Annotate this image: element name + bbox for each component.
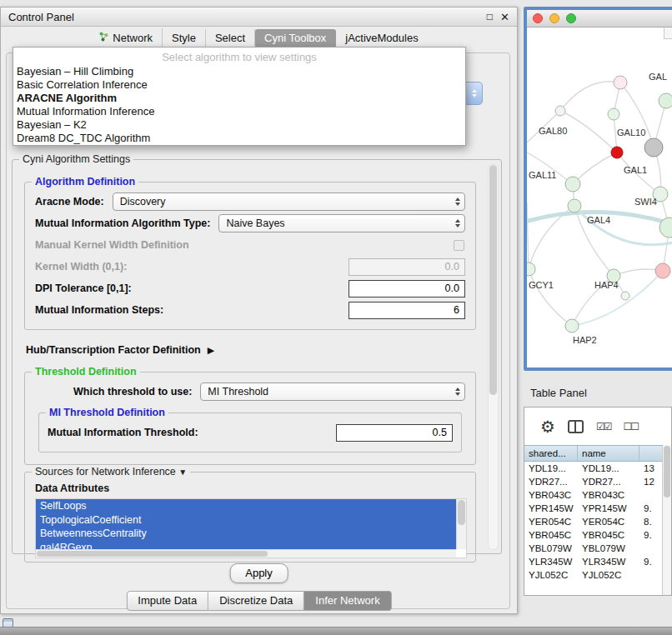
expand-arrow-icon: ▶ [208,345,214,356]
algorithm-option[interactable]: Dream8 DC_TDC Algorithm [13,132,465,145]
tab-infer-network[interactable]: Infer Network [304,591,391,611]
table-row[interactable]: YDL19...YDL19...13 [524,462,671,475]
network-node[interactable] [555,106,565,116]
sources-toggle[interactable]: Sources for Network Inference ▼ [32,466,190,478]
algorithm-option[interactable]: Bayesian – K2 [13,118,465,132]
node-label: GAL [649,72,667,82]
network-node[interactable] [611,147,623,158]
select-all-icon[interactable]: ☑☑ [596,421,611,432]
table-row[interactable]: YJL052CYJL052C [524,568,671,582]
table-row[interactable]: YPR145WYPR145W9. [524,502,671,515]
gear-icon[interactable]: ⚙ [540,418,555,435]
columns-icon[interactable] [568,420,584,433]
column-header[interactable]: name [578,446,639,461]
dpi-tolerance-field[interactable]: 0.0 [349,280,465,298]
hub-definition-toggle[interactable]: Hub/Transcription Factor Definition ▶ [26,342,476,358]
table-toolbar: ⚙ ☑☑ ☐☐ [524,408,671,445]
manual-kernel-row: Manual Kernel Width Definition [35,236,465,254]
data-attributes-list[interactable]: SelfLoopsTopologicalCoefficientBetweenne… [35,498,467,558]
table-row[interactable]: YBR045CYBR045C9. [524,528,671,542]
network-canvas[interactable]: GAL80GAL10GAL11GAL1SWI4GAL4GCY1HAP4HAP2G… [527,28,672,368]
algorithm-option[interactable]: Basic Correlation Inference [13,78,465,92]
network-edge [527,202,529,269]
popup-prompt: Select algorithm to view settings [13,49,465,65]
mi-threshold-label: Mutual Information Threshold: [48,427,198,438]
algorithm-option[interactable]: Bayesian – Hill Climbing [13,65,465,78]
network-node[interactable] [621,292,629,300]
table-row[interactable]: YER054CYER054C8. [524,515,671,528]
node-label: GCY1 [529,280,554,290]
network-tab-icon [99,32,108,44]
network-window-titlebar[interactable] [527,10,672,28]
dpi-tolerance-row: DPI Tolerance [0,1]: 0.0 [35,279,465,298]
table-row[interactable]: YBL079WYBL079W [524,542,671,555]
updown-arrows-icon [451,198,460,206]
network-node[interactable] [568,199,581,212]
updown-arrows-icon [451,219,460,228]
apply-button[interactable]: Apply [229,563,288,583]
network-node[interactable] [659,93,672,108]
table-row[interactable]: YBR043CYBR043C [524,488,671,502]
data-attribute-item[interactable]: SelfLoops [36,499,456,513]
network-view-window: GAL80GAL10GAL11GAL1SWI4GAL4GCY1HAP4HAP2G… [524,7,672,371]
node-label: SWI4 [634,197,657,207]
table-row[interactable]: YLR345WYLR345W9. [524,555,671,568]
tab-style[interactable]: Style [163,29,206,48]
scrollbar-thumb[interactable] [664,446,670,498]
network-node[interactable] [655,263,670,278]
window-title: Control Panel [8,11,74,23]
close-icon[interactable]: ✕ [500,12,509,22]
table-cell: YBL079W [578,543,639,553]
network-node[interactable] [614,76,627,89]
mi-threshold-field[interactable]: 0.5 [336,424,453,442]
tab-impute-data[interactable]: Impute Data [126,591,208,611]
network-graph: GAL80GAL10GAL11GAL1SWI4GAL4GCY1HAP4HAP2G… [527,28,672,368]
scrollbar-thumb[interactable] [489,165,497,395]
aracne-mode-label: Aracne Mode: [35,196,104,208]
table-cell: YDL19... [524,463,578,473]
table-row[interactable]: YDR27...YDR27...12 [524,475,671,488]
tab-discretize-data[interactable]: Discretize Data [208,591,304,611]
table-cell: YER054C [524,517,578,527]
mi-steps-label: Mutual Information Steps: [35,304,163,316]
mi-type-select[interactable]: Naive Bayes [218,214,465,232]
kernel-width-field: 0.0 [349,258,465,276]
mi-steps-field[interactable]: 6 [349,302,465,319]
network-node[interactable] [644,138,663,157]
bottom-tabs: Impute Data Discretize Data Infer Networ… [126,591,391,611]
table-cell: YDL19... [578,463,639,473]
tab-network[interactable]: Network [90,28,163,48]
tab-label: Cyni Toolbox [264,32,326,44]
close-traffic-light[interactable] [533,13,543,23]
zoom-traffic-light[interactable] [566,13,576,23]
network-node[interactable] [565,319,579,332]
network-node[interactable] [527,262,535,276]
network-edge [529,269,572,326]
settings-scrollbar[interactable] [488,163,499,550]
deselect-all-icon[interactable]: ☐☐ [623,421,638,432]
manual-kernel-checkbox[interactable] [454,240,464,251]
which-threshold-label: Which threshold to use: [73,386,192,398]
network-node[interactable] [565,177,580,192]
which-threshold-select[interactable]: MI Threshold [200,382,465,401]
tab-cyni-toolbox[interactable]: Cyni Toolbox [255,29,336,48]
tab-select[interactable]: Select [206,29,255,48]
tab-jactivemodules[interactable]: jActiveModules [336,29,427,48]
data-attribute-item[interactable]: TopologicalCoefficient [36,513,456,528]
data-attributes-label: Data Attributes [35,482,467,494]
list-vertical-scrollbar[interactable] [456,499,466,549]
float-window-icon[interactable]: □ [487,12,493,22]
table-scrollbar[interactable] [662,445,671,595]
algorithm-option[interactable]: ARACNE Algorithm [13,92,465,105]
list-horizontal-scrollbar[interactable] [36,549,456,558]
minimize-traffic-light[interactable] [549,13,559,23]
data-attribute-item[interactable]: BetweennessCentrality [36,527,456,541]
aracne-mode-select[interactable]: Discovery [113,192,465,211]
algorithm-option[interactable]: Mutual Information Inference [13,105,465,118]
mi-threshold-title: MI Threshold Definition [46,407,168,418]
tab-label: Style [172,32,196,44]
mi-type-label: Mutual Information Algorithm Type: [35,218,210,229]
network-node[interactable] [608,108,619,120]
algorithm-combobox-button[interactable] [466,82,483,105]
column-header[interactable]: shared... [524,446,578,461]
